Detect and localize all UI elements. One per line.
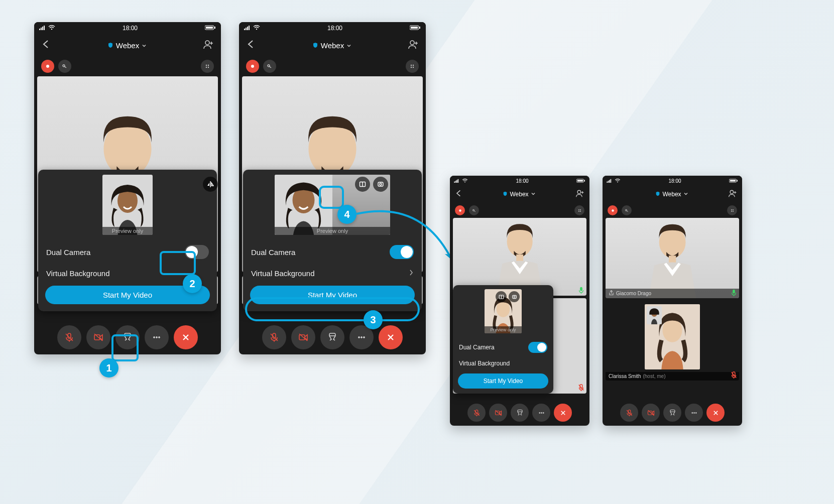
participant-suffix: (host, me) xyxy=(643,373,665,379)
svg-rect-86 xyxy=(584,180,585,181)
svg-point-14 xyxy=(208,65,209,66)
mute-button[interactable] xyxy=(620,404,638,422)
mirror-button[interactable] xyxy=(203,177,218,192)
svg-rect-40 xyxy=(246,28,247,30)
more-button[interactable] xyxy=(349,325,374,349)
end-call-button[interactable] xyxy=(554,404,572,422)
self-preview: Preview only xyxy=(102,175,153,235)
mute-button[interactable] xyxy=(467,404,486,422)
back-button[interactable] xyxy=(246,39,256,51)
header-title[interactable]: Webex xyxy=(107,41,147,50)
virtual-background-row[interactable]: Virtual Background xyxy=(250,264,415,283)
phone-screen-2: 18:00 Webex xyxy=(239,22,426,354)
wifi-icon xyxy=(615,178,621,184)
dual-camera-label: Dual Camera xyxy=(46,248,90,257)
status-bar: 18:00 xyxy=(239,22,426,34)
svg-rect-6 xyxy=(214,27,215,29)
record-indicator[interactable] xyxy=(41,60,54,73)
svg-point-75 xyxy=(359,337,360,338)
audio-output-button[interactable] xyxy=(115,325,140,349)
more-button[interactable] xyxy=(532,404,550,422)
back-button[interactable] xyxy=(455,189,463,199)
start-video-button[interactable]: Start My Video xyxy=(45,286,210,304)
svg-point-55 xyxy=(413,67,414,68)
video-button[interactable] xyxy=(642,404,660,422)
svg-point-137 xyxy=(733,211,734,212)
svg-rect-123 xyxy=(609,180,610,183)
end-call-button[interactable] xyxy=(706,404,725,422)
dual-camera-toggle[interactable] xyxy=(528,342,547,353)
svg-point-93 xyxy=(578,209,579,210)
svg-point-4 xyxy=(51,29,52,30)
audio-output-button[interactable] xyxy=(663,404,681,422)
layout-button[interactable] xyxy=(201,60,214,73)
svg-rect-66 xyxy=(378,182,383,186)
split-layout-button[interactable] xyxy=(355,177,370,192)
participant-tile-1[interactable]: Giacomo Drago xyxy=(606,218,739,298)
layout-button[interactable] xyxy=(406,60,419,73)
participants-button[interactable] xyxy=(575,189,584,200)
lock-indicator[interactable] xyxy=(58,60,71,73)
header-title[interactable]: Webex xyxy=(655,191,688,198)
header: Webex xyxy=(34,34,221,56)
rotate-camera-button[interactable] xyxy=(373,177,388,192)
record-indicator[interactable] xyxy=(608,205,618,215)
mute-button[interactable] xyxy=(262,325,286,349)
video-button[interactable] xyxy=(291,325,315,349)
participants-button[interactable] xyxy=(728,189,737,200)
main-video-tile[interactable] xyxy=(453,218,586,296)
more-button[interactable] xyxy=(685,404,703,422)
layout-button[interactable] xyxy=(727,205,737,215)
record-indicator[interactable] xyxy=(246,60,259,73)
virtual-background-label: Virtual Background xyxy=(459,360,510,367)
layout-button[interactable] xyxy=(574,205,584,215)
lock-indicator[interactable] xyxy=(263,60,276,73)
mute-button[interactable] xyxy=(57,325,81,349)
svg-point-11 xyxy=(46,65,49,68)
audio-output-button[interactable] xyxy=(320,325,344,349)
dual-camera-toggle[interactable] xyxy=(185,245,209,259)
svg-point-94 xyxy=(580,209,581,210)
svg-rect-42 xyxy=(249,26,250,30)
split-layout-button[interactable] xyxy=(496,291,507,302)
svg-point-116 xyxy=(539,412,540,413)
svg-rect-87 xyxy=(577,180,583,181)
svg-rect-30 xyxy=(94,335,100,340)
virtual-background-row[interactable]: Virtual Background xyxy=(45,264,210,283)
status-bar: 18:00 xyxy=(450,176,589,186)
svg-rect-80 xyxy=(454,181,455,182)
participant-name-strip: Clarissa Smith (host, me) xyxy=(606,372,739,381)
signal-icon xyxy=(244,25,251,32)
header-title[interactable]: Webex xyxy=(503,191,535,198)
participants-button[interactable] xyxy=(408,39,419,52)
svg-rect-98 xyxy=(516,255,523,262)
virtual-background-row[interactable]: Virtual Background xyxy=(458,356,548,370)
shield-icon xyxy=(655,191,660,198)
record-indicator[interactable] xyxy=(455,205,465,215)
svg-rect-140 xyxy=(733,290,735,294)
video-button[interactable] xyxy=(489,404,507,422)
start-video-button[interactable]: Start My Video xyxy=(250,286,415,304)
callout-1: 1 xyxy=(99,358,118,377)
participant-tile-2[interactable]: Clarissa Smith (host, me) xyxy=(606,300,739,381)
end-call-button[interactable] xyxy=(379,325,403,349)
back-button[interactable] xyxy=(41,39,51,51)
header-title[interactable]: Webex xyxy=(312,41,351,50)
more-button[interactable] xyxy=(145,325,169,349)
participants-button[interactable] xyxy=(203,39,214,52)
video-button[interactable] xyxy=(86,325,110,349)
share-icon xyxy=(609,290,614,297)
audio-output-button[interactable] xyxy=(511,404,529,422)
start-video-button[interactable]: Start My Video xyxy=(458,373,548,389)
svg-rect-1 xyxy=(41,28,42,30)
end-call-button[interactable] xyxy=(174,325,198,349)
lock-indicator[interactable] xyxy=(469,205,479,215)
status-bar: 18:00 xyxy=(603,176,742,186)
shield-icon xyxy=(312,41,318,50)
svg-point-47 xyxy=(410,41,414,45)
lock-indicator[interactable] xyxy=(622,205,632,215)
dual-camera-toggle[interactable] xyxy=(390,245,414,259)
dual-camera-row: Dual Camera xyxy=(45,240,210,264)
rotate-camera-button[interactable] xyxy=(509,291,520,302)
video-options-popup: Preview only Dual Camera Virtual Backgro… xyxy=(453,285,553,394)
